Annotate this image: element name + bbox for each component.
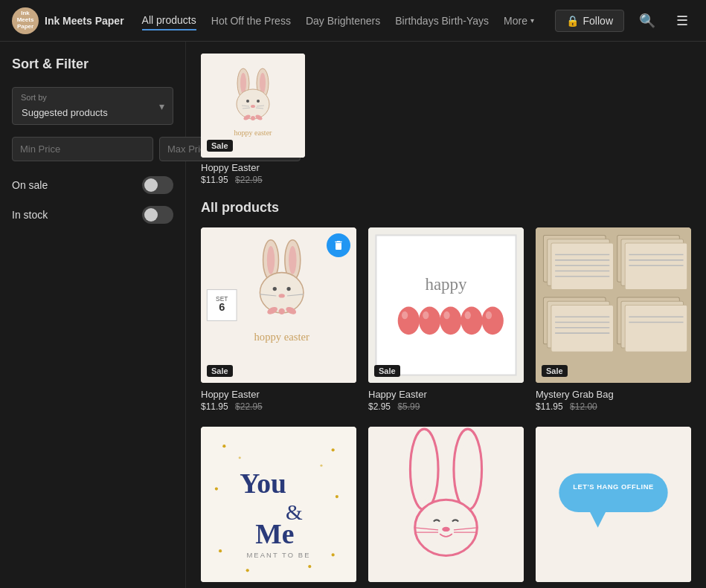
svg-point-96: [442, 527, 449, 532]
svg-point-84: [239, 456, 241, 459]
hero-sale-badge: Sale: [207, 140, 233, 152]
sidebar: Sort & Filter Sort by Suggested products…: [0, 42, 186, 588]
nav-birthdays[interactable]: Birthdays Birth-Yays: [395, 12, 489, 30]
svg-point-76: [222, 445, 225, 448]
hero-product-image: hoppy easter Sale: [201, 54, 305, 158]
lock-icon: 🔒: [566, 15, 579, 27]
in-stock-filter: In stock: [12, 206, 173, 224]
product-card-4[interactable]: You & Me MEANT TO BE You and Me $5.99: [201, 427, 356, 588]
product-info-2: Happy Easter $2.95 $5.99: [368, 383, 524, 415]
you-me-svg: You & Me MEANT TO BE: [201, 427, 356, 582]
svg-text:hoppy easter: hoppy easter: [254, 331, 309, 343]
product-price-2: $2.95 $5.99: [368, 401, 524, 412]
nav-more[interactable]: More ▾: [504, 12, 534, 30]
product-info-6: Let's Hang Offline $5.99: [536, 582, 691, 588]
svg-point-41: [460, 307, 482, 335]
sort-wrapper: Sort by Suggested products ▾: [12, 87, 173, 125]
svg-point-6: [246, 100, 249, 103]
product-card-5[interactable]: Easter Bunny $5.99: [368, 427, 524, 588]
shop-name: Ink Meets Paper: [45, 15, 124, 27]
svg-rect-102: [559, 474, 667, 512]
menu-button[interactable]: ☰: [670, 10, 694, 32]
product-name-2: Happy Easter: [368, 389, 524, 400]
svg-point-83: [308, 565, 311, 568]
svg-point-25: [260, 273, 304, 313]
svg-point-46: [465, 311, 471, 319]
product-sale-badge-1: Sale: [207, 365, 233, 377]
main-content: hoppy easter Sale Hoppy Easter $11.95 $2…: [186, 42, 706, 588]
product-card[interactable]: SET 6: [201, 227, 356, 415]
svg-point-5: [237, 89, 269, 119]
nav-all-products[interactable]: All products: [142, 11, 196, 30]
svg-rect-51: [551, 243, 614, 290]
toggle-thumb: [144, 208, 158, 222]
chevron-down-icon: ▾: [530, 16, 534, 25]
svg-point-45: [443, 311, 449, 319]
on-sale-toggle[interactable]: [142, 176, 173, 194]
sidebar-title: Sort & Filter: [12, 56, 173, 72]
in-stock-label: In stock: [12, 209, 48, 221]
nav-day-brighteners[interactable]: Day Brighteners: [306, 12, 380, 30]
hero-product[interactable]: hoppy easter Sale Hoppy Easter $11.95 $2…: [201, 54, 305, 185]
svg-point-33: [279, 308, 285, 314]
header: InkMeetsPaper Ink Meets Paper All produc…: [0, 0, 706, 42]
product-info-1: Hoppy Easter $11.95 $22.95: [201, 383, 356, 415]
on-sale-label: On sale: [12, 179, 48, 191]
svg-text:LET'S HANG OFFLINE: LET'S HANG OFFLINE: [573, 482, 654, 491]
logo-icon: InkMeetsPaper: [12, 7, 39, 34]
main-layout: Sort & Filter Sort by Suggested products…: [0, 42, 706, 588]
svg-text:Me: Me: [255, 518, 294, 549]
hang-offline-svg: LET'S HANG OFFLINE: [536, 427, 691, 582]
hero-product-price: $11.95 $22.95: [201, 175, 305, 185]
svg-text:hoppy easter: hoppy easter: [234, 129, 272, 137]
in-stock-toggle[interactable]: [142, 206, 173, 224]
nav-hot-off-press[interactable]: Hot Off the Press: [211, 12, 291, 30]
hero-price-sale: $11.95: [201, 175, 228, 185]
product-image-5: [368, 427, 524, 582]
product-info-5: Easter Bunny $5.99: [368, 582, 524, 588]
trash-icon: [333, 239, 344, 251]
section-title: All products: [201, 200, 691, 216]
svg-point-39: [419, 307, 440, 335]
hamburger-icon: ☰: [676, 13, 688, 28]
search-button[interactable]: 🔍: [633, 10, 661, 32]
follow-button[interactable]: 🔒 Follow: [555, 10, 624, 32]
product-card-3[interactable]: Sale Mystery Grab Bag $11.95 $12.00: [536, 227, 691, 415]
product-sale-badge-3: Sale: [542, 365, 568, 377]
product-image-1: SET 6: [201, 227, 356, 383]
sort-by-label: Sort by: [21, 93, 47, 102]
svg-point-94: [460, 439, 475, 501]
svg-point-26: [273, 287, 277, 291]
price-filter-row: [12, 137, 173, 161]
toggle-thumb: [144, 178, 158, 192]
svg-point-27: [286, 287, 290, 291]
product-info-4: You and Me $5.99: [201, 582, 356, 588]
shop-logo[interactable]: InkMeetsPaper Ink Meets Paper: [12, 7, 124, 34]
svg-point-79: [336, 495, 338, 498]
product-card-6[interactable]: LET'S HANG OFFLINE Let's Hang Offline $5…: [536, 427, 691, 588]
svg-text:MEANT TO BE: MEANT TO BE: [246, 551, 310, 559]
svg-point-42: [482, 307, 504, 335]
search-icon: 🔍: [639, 13, 655, 28]
hero-product-name: Hoppy Easter: [201, 162, 305, 173]
svg-point-82: [246, 569, 249, 572]
svg-point-81: [332, 553, 335, 556]
svg-point-47: [486, 311, 492, 319]
svg-point-28: [279, 294, 285, 297]
svg-point-40: [440, 307, 461, 335]
svg-point-43: [402, 311, 408, 319]
product-info-3: Mystery Grab Bag $11.95 $12.00: [536, 383, 691, 415]
min-price-input[interactable]: [12, 137, 153, 161]
on-sale-filter: On sale: [12, 176, 173, 194]
delete-button-1[interactable]: [327, 233, 350, 257]
svg-point-22: [267, 246, 275, 274]
happy-easter-svg: happy: [368, 227, 524, 383]
svg-rect-59: [551, 306, 614, 352]
svg-point-7: [257, 100, 260, 103]
product-name-3: Mystery Grab Bag: [536, 389, 691, 400]
svg-rect-36: [376, 235, 516, 375]
svg-point-92: [417, 439, 432, 501]
product-image-3: Sale: [536, 227, 691, 383]
product-card-2[interactable]: happy: [368, 227, 524, 415]
grab-bag-svg: [536, 227, 691, 383]
